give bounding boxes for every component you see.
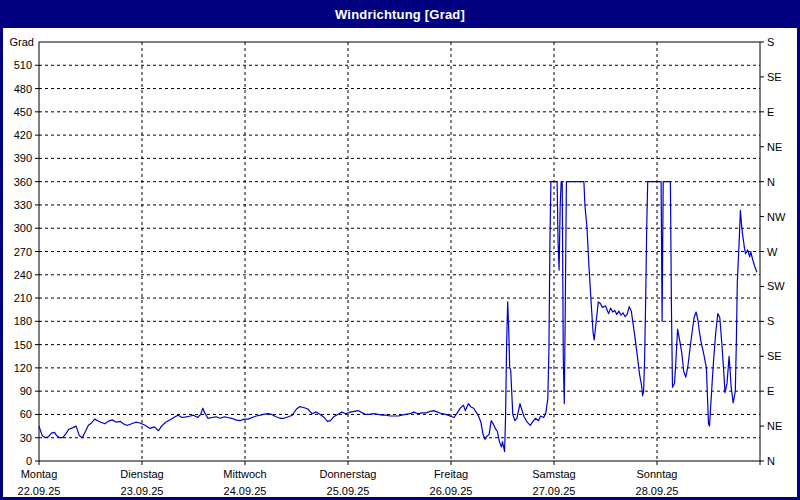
svg-text:27.09.25: 27.09.25 — [533, 485, 576, 497]
svg-text:150: 150 — [14, 339, 32, 351]
svg-text:24.09.25: 24.09.25 — [224, 485, 267, 497]
svg-text:SE: SE — [767, 71, 782, 83]
svg-text:180: 180 — [14, 315, 32, 327]
svg-text:22.09.25: 22.09.25 — [18, 485, 61, 497]
svg-text:300: 300 — [14, 222, 32, 234]
svg-text:Mittwoch: Mittwoch — [223, 468, 266, 480]
svg-text:N: N — [767, 455, 775, 467]
svg-text:90: 90 — [20, 385, 32, 397]
svg-text:270: 270 — [14, 246, 32, 258]
svg-text:26.09.25: 26.09.25 — [430, 485, 473, 497]
y-axis-left: 0306090120150180210240270300330360390420… — [10, 36, 39, 467]
svg-text:450: 450 — [14, 106, 32, 118]
svg-text:NE: NE — [767, 141, 782, 153]
svg-text:0: 0 — [26, 455, 32, 467]
svg-text:E: E — [767, 385, 774, 397]
svg-text:360: 360 — [14, 176, 32, 188]
svg-text:510: 510 — [14, 59, 32, 71]
svg-text:SW: SW — [767, 280, 785, 292]
svg-text:W: W — [767, 246, 778, 258]
svg-text:23.09.25: 23.09.25 — [121, 485, 164, 497]
svg-text:420: 420 — [14, 129, 32, 141]
svg-text:Montag: Montag — [21, 468, 58, 480]
svg-text:S: S — [767, 36, 774, 48]
svg-text:NW: NW — [767, 211, 786, 223]
x-axis: Montag22.09.25Dienstag23.09.25Mittwoch24… — [18, 461, 760, 497]
svg-text:E: E — [767, 106, 774, 118]
svg-text:S: S — [767, 315, 774, 327]
svg-text:Samstag: Samstag — [532, 468, 575, 480]
svg-text:N: N — [767, 176, 775, 188]
svg-text:NE: NE — [767, 420, 782, 432]
svg-text:390: 390 — [14, 152, 32, 164]
y-axis-unit-label: Grad — [10, 36, 34, 48]
chart-window: Windrichtung [Grad] 03060901201501802102… — [0, 0, 800, 500]
svg-text:Donnerstag: Donnerstag — [320, 468, 377, 480]
svg-text:25.09.25: 25.09.25 — [327, 485, 370, 497]
svg-text:330: 330 — [14, 199, 32, 211]
y-axis-right: NNEESESSWWNWNNEESES — [760, 36, 786, 467]
horizontal-gridlines — [39, 65, 760, 437]
svg-text:480: 480 — [14, 83, 32, 95]
wind-direction-series-line — [39, 182, 757, 452]
svg-text:210: 210 — [14, 292, 32, 304]
svg-text:Dienstag: Dienstag — [120, 468, 163, 480]
svg-text:Freitag: Freitag — [434, 468, 468, 480]
svg-text:120: 120 — [14, 362, 32, 374]
svg-text:Sonntag: Sonntag — [637, 468, 678, 480]
svg-text:240: 240 — [14, 269, 32, 281]
svg-text:60: 60 — [20, 408, 32, 420]
svg-text:SE: SE — [767, 350, 782, 362]
wind-direction-chart: 0306090120150180210240270300330360390420… — [0, 0, 800, 500]
svg-text:28.09.25: 28.09.25 — [636, 485, 679, 497]
svg-text:30: 30 — [20, 432, 32, 444]
